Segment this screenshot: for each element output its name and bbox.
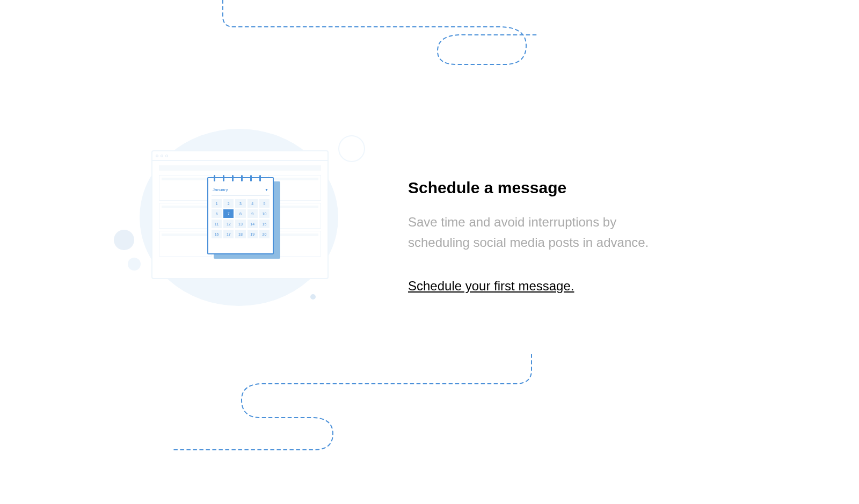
bg-circle-small [114, 230, 134, 250]
calendar-day: 7 [223, 209, 234, 218]
bg-circle-small [128, 258, 141, 271]
calendar-day: 8 [235, 209, 245, 218]
calendar-day: 19 [247, 230, 258, 238]
calendar-graphic: January ▼ 123456789101112131415161718192… [207, 177, 274, 254]
bg-circle-small [310, 294, 316, 300]
calendar-day: 10 [259, 209, 270, 218]
section-heading: Schedule a message [408, 179, 666, 197]
section-description: Save time and avoid interruptions by sch… [408, 212, 666, 253]
calendar-day: 20 [259, 230, 270, 238]
calendar-day: 5 [259, 199, 270, 208]
calendar-day: 4 [247, 199, 258, 208]
calendar-day: 3 [235, 199, 245, 208]
chevron-down-icon: ▼ [265, 188, 268, 192]
calendar-illustration: January ▼ 123456789101112131415161718192… [107, 123, 354, 338]
calendar-day: 15 [259, 220, 270, 228]
schedule-message-link[interactable]: Schedule your first message. [408, 279, 574, 293]
text-content: Schedule a message Save time and avoid i… [408, 168, 666, 294]
calendar-day: 6 [212, 209, 222, 218]
calendar-day: 11 [212, 220, 222, 228]
calendar-day: 14 [247, 220, 258, 228]
calendar-day: 18 [235, 230, 245, 238]
calendar-day: 9 [247, 209, 258, 218]
calendar-month-label: January [213, 187, 228, 192]
calendar-day: 17 [223, 230, 234, 238]
calendar-day: 12 [223, 220, 234, 228]
decorative-dashed-line-bottom [166, 354, 542, 451]
calendar-day: 16 [212, 230, 222, 238]
bg-circle-small [338, 135, 365, 162]
decorative-dashed-line-top [215, 0, 537, 75]
calendar-day: 13 [235, 220, 245, 228]
calendar-day: 2 [223, 199, 234, 208]
calendar-day: 1 [212, 199, 222, 208]
content-wrapper: January ▼ 123456789101112131415161718192… [107, 123, 752, 338]
